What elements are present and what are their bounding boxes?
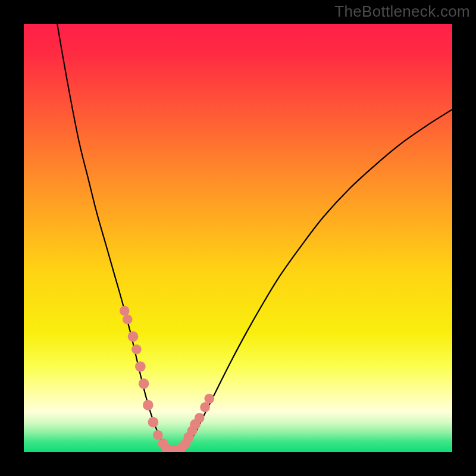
gradient-background <box>24 24 452 452</box>
marker-point <box>131 345 142 355</box>
marker-point <box>148 417 159 428</box>
watermark-text: TheBottleneck.com <box>334 2 470 21</box>
chart-svg <box>24 24 452 452</box>
marker-point <box>139 378 149 389</box>
marker-point <box>128 331 139 342</box>
marker-point <box>120 306 130 316</box>
marker-point <box>143 400 154 411</box>
marker-point <box>123 314 133 324</box>
chart-root: TheBottleneck.com <box>0 0 476 476</box>
marker-point <box>195 413 205 423</box>
marker-point <box>153 430 163 440</box>
plot-area <box>24 24 452 452</box>
marker-point <box>200 402 210 412</box>
marker-point <box>135 361 146 372</box>
marker-point <box>204 394 214 404</box>
